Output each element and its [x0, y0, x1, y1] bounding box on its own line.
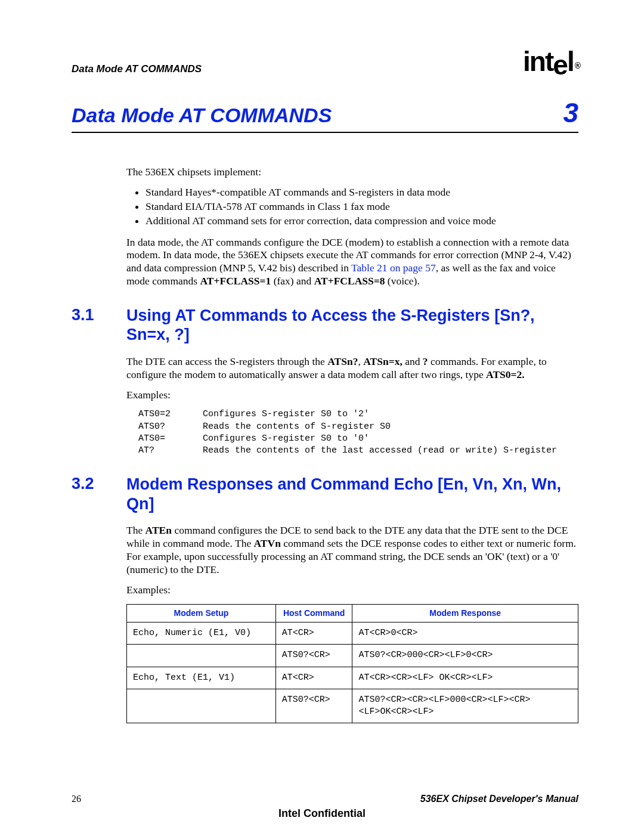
running-header: Data Mode AT COMMANDS intel® [72, 48, 578, 75]
table-header-row: Modem Setup Host Command Modem Response [127, 604, 578, 623]
intel-logo: intel® [523, 48, 578, 75]
confidential-label: Intel Confidential [0, 807, 644, 820]
section-heading-3-1: 3.1 Using AT Commands to Access the S-Re… [72, 306, 578, 345]
intro-lead: The 536EX chipsets implement: [126, 166, 578, 179]
table-row: Echo, Numeric (E1, V0)AT<CR>AT<CR>0<CR> [127, 623, 578, 645]
cell-host-command: AT<CR> [275, 667, 352, 689]
table-row: ATS0?<CR>ATS0?<CR>000<CR><LF>0<CR> [127, 645, 578, 667]
chapter-title-bar: Data Mode AT COMMANDS 3 [72, 99, 578, 133]
sec32-body: The ATEn command configures the DCE to s… [126, 524, 578, 723]
intro-paragraph: In data mode, the AT commands configure … [126, 236, 578, 289]
sec32-paragraph: The ATEn command configures the DCE to s… [126, 524, 578, 577]
cell-modem-response: ATS0?<CR><CR><LF>000<CR><LF><CR> <LF>OK<… [352, 689, 578, 723]
table-row: ATS0?<CR>ATS0?<CR><CR><LF>000<CR><LF><CR… [127, 689, 578, 723]
intro-list: Standard Hayes*-compatible AT commands a… [145, 186, 578, 228]
cell-modem-setup: Echo, Numeric (E1, V0) [127, 623, 276, 645]
intro-block: The 536EX chipsets implement: Standard H… [126, 166, 578, 288]
cell-modem-setup [127, 689, 276, 723]
list-item: Standard EIA/TIA-578 AT commands in Clas… [145, 200, 578, 213]
chapter-title: Data Mode AT COMMANDS [72, 104, 332, 127]
manual-title: 536EX Chipset Developer's Manual [420, 794, 578, 804]
col-host-command: Host Command [275, 604, 352, 623]
section-number: 3.1 [72, 306, 126, 324]
page: Data Mode AT COMMANDS intel® Data Mode A… [0, 0, 644, 833]
crossref-link[interactable]: Table 21 on page 57 [351, 262, 436, 274]
cell-modem-response: ATS0?<CR>000<CR><LF>0<CR> [352, 645, 578, 667]
registered-icon: ® [575, 61, 580, 70]
cell-modem-setup: Echo, Text (E1, V1) [127, 667, 276, 689]
table-row: Echo, Text (E1, V1)AT<CR>AT<CR><CR><LF> … [127, 667, 578, 689]
list-item: Standard Hayes*-compatible AT commands a… [145, 186, 578, 199]
col-modem-response: Modem Response [352, 604, 578, 623]
example-commands-block: ATS0=2 Configures S-register S0 to '2' A… [138, 408, 578, 457]
response-table: Modem Setup Host Command Modem Response … [126, 604, 578, 724]
cell-host-command: ATS0?<CR> [275, 689, 352, 723]
section-title: Modem Responses and Command Echo [En, Vn… [126, 475, 578, 513]
cell-modem-response: AT<CR>0<CR> [352, 623, 578, 645]
sec31-body: The DTE can access the S-registers throu… [126, 355, 578, 457]
cell-host-command: AT<CR> [275, 623, 352, 645]
section-heading-3-2: 3.2 Modem Responses and Command Echo [En… [72, 475, 578, 513]
examples-label: Examples: [126, 389, 578, 402]
examples-label: Examples: [126, 584, 578, 597]
cell-host-command: ATS0?<CR> [275, 645, 352, 667]
page-footer: 26 536EX Chipset Developer's Manual [72, 794, 578, 804]
sec31-paragraph: The DTE can access the S-registers throu… [126, 355, 578, 382]
chapter-number: 3 [563, 99, 578, 126]
cell-modem-response: AT<CR><CR><LF> OK<CR><LF> [352, 667, 578, 689]
list-item: Additional AT command sets for error cor… [145, 215, 578, 228]
cell-modem-setup [127, 645, 276, 667]
section-number: 3.2 [72, 475, 126, 493]
running-title: Data Mode AT COMMANDS [72, 63, 202, 75]
section-title: Using AT Commands to Access the S-Regist… [126, 306, 578, 345]
col-modem-setup: Modem Setup [127, 604, 276, 623]
page-number: 26 [72, 794, 81, 804]
